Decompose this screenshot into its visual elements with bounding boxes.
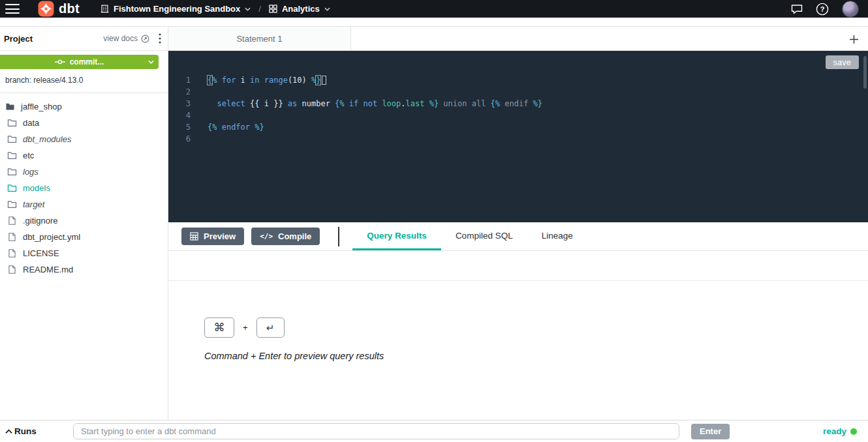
kebab-menu-icon[interactable] [159, 33, 161, 44]
line-number: 5 [168, 121, 191, 133]
preview-hint-text: Command + Enter to preview query results [204, 351, 868, 361]
results-tabs: Query ResultsCompiled SQLLineage [352, 222, 587, 250]
plus-label: + [243, 323, 248, 332]
new-tab-button[interactable] [846, 31, 861, 47]
preview-button[interactable]: Preview [181, 228, 244, 245]
code-text: {% for i in range(10) %} [208, 76, 326, 85]
enter-key-icon: ↵ [256, 317, 285, 338]
table-grid-icon [190, 232, 198, 241]
help-icon[interactable]: ? [816, 3, 829, 16]
tree-item-dbt-project-yml[interactable]: dbt_project.yml [0, 229, 168, 245]
file-tree: jaffle_shopdatadbt_modulesetclogsmodelst… [0, 93, 168, 420]
file-icon [7, 265, 17, 274]
tree-item-jaffle-shop[interactable]: jaffle_shop [0, 98, 168, 115]
dbt-flame-icon [38, 1, 54, 17]
building-icon [101, 5, 109, 13]
enter-button[interactable]: Enter [691, 424, 730, 439]
dbt-command-input[interactable] [73, 423, 679, 439]
bottom-bar: Runs Enter ready [0, 420, 868, 442]
editor-scrollbar[interactable] [863, 56, 867, 89]
status-dot-icon [850, 428, 857, 435]
tab-lineage[interactable]: Lineage [527, 222, 587, 250]
tree-item-etc[interactable]: etc [0, 147, 168, 164]
commit-button[interactable]: commit... [0, 55, 159, 69]
file-icon [7, 233, 17, 241]
code-line[interactable]: 3 select {{ i }} as number {% if not loo… [168, 98, 868, 110]
account-selector[interactable]: Fishtown Engineering Sandbox [101, 4, 251, 14]
folder-icon [7, 168, 17, 176]
branch-label: branch: release/4.13.0 [0, 69, 168, 86]
svg-text:?: ? [820, 5, 825, 13]
folder-icon [7, 119, 17, 127]
git-branch-icon [55, 59, 65, 65]
tree-item-label: target [23, 199, 44, 209]
chevron-down-icon [245, 7, 251, 11]
sidebar-header: Project view docs [0, 27, 168, 51]
view-docs-link[interactable]: view docs [103, 34, 149, 43]
tab-compiled-sql[interactable]: Compiled SQL [441, 222, 527, 250]
tree-item-license[interactable]: LICENSE [0, 245, 168, 261]
code-line[interactable]: 1{% for i in range(10) %} [168, 74, 868, 86]
tree-item-label: etc [23, 151, 34, 160]
topbar: dbt Fishtown Engineering Sandbox / Analy… [0, 0, 868, 18]
folder-root-icon [5, 102, 15, 111]
tree-item-target[interactable]: target [0, 196, 168, 213]
code-editor[interactable]: save 1{% for i in range(10) %}23 select … [168, 51, 868, 222]
line-number: 6 [168, 133, 191, 145]
chevron-down-icon [324, 7, 330, 11]
folder-icon [7, 200, 17, 209]
hamburger-menu-icon[interactable] [5, 4, 20, 14]
compile-button[interactable]: </> Compile [251, 228, 320, 245]
code-area[interactable]: 1{% for i in range(10) %}23 select {{ i … [168, 51, 868, 145]
line-number: 3 [168, 98, 191, 110]
dbt-logo: dbt [38, 1, 80, 17]
editor-tabstrip: Statement 1 [168, 27, 868, 51]
tree-item-readme-md[interactable]: README.md [0, 261, 168, 278]
folder-icon [7, 151, 17, 160]
account-name: Fishtown Engineering Sandbox [114, 4, 240, 14]
topbar-actions: ? [791, 1, 859, 18]
line-number: 2 [168, 86, 191, 98]
code-line[interactable]: 2 [168, 86, 868, 98]
code-line[interactable]: 6 [168, 133, 868, 145]
tab-query-results[interactable]: Query Results [352, 222, 441, 250]
topbar-gap [0, 18, 868, 26]
tab-statement-1[interactable]: Statement 1 [168, 27, 351, 50]
code-line[interactable]: 5{% endfor %} [168, 121, 868, 133]
results-body: ⌘ + ↵ Command + Enter to preview query r… [168, 281, 868, 420]
tree-item-label: LICENSE [23, 248, 59, 258]
breadcrumb-separator: / [258, 4, 261, 14]
runs-label: Runs [14, 426, 37, 436]
line-number: 1 [168, 74, 191, 86]
tree-item-models[interactable]: models [0, 180, 168, 196]
tree-item-data[interactable]: data [0, 115, 168, 131]
file-icon [7, 249, 17, 258]
runs-toggle[interactable]: Runs [5, 426, 73, 436]
preview-button-label: Preview [204, 231, 236, 241]
folder-icon [7, 184, 17, 192]
project-name: Analytics [282, 4, 320, 14]
command-key-icon: ⌘ [204, 317, 234, 338]
avatar[interactable] [842, 1, 859, 18]
tree-item-gitignore[interactable]: .gitignore [0, 213, 168, 229]
file-icon [7, 216, 17, 225]
results-subheader [168, 251, 868, 281]
tree-item-logs[interactable]: logs [0, 164, 168, 180]
project-selector[interactable]: Analytics [269, 4, 330, 14]
chevron-down-icon [148, 60, 154, 64]
results-toolbar: Preview </> Compile Query ResultsCompile… [168, 222, 868, 251]
view-docs-label: view docs [103, 34, 138, 43]
tree-item-label: dbt_modules [23, 134, 71, 144]
save-button[interactable]: save [826, 55, 859, 69]
code-brackets-icon: </> [260, 232, 273, 241]
line-number: 4 [168, 110, 191, 121]
tree-item-label: logs [23, 167, 39, 177]
feedback-chat-icon[interactable] [791, 4, 803, 14]
folder-icon [7, 135, 17, 143]
main-content: Statement 1 save 1{% for i in range(10) … [168, 27, 868, 420]
tree-item-label: dbt_project.yml [23, 232, 80, 242]
toolbar-divider [338, 227, 339, 246]
tree-item-dbt-modules[interactable]: dbt_modules [0, 131, 168, 147]
sidebar: Project view docs commit... [0, 27, 168, 420]
code-line[interactable]: 4 [168, 110, 868, 121]
